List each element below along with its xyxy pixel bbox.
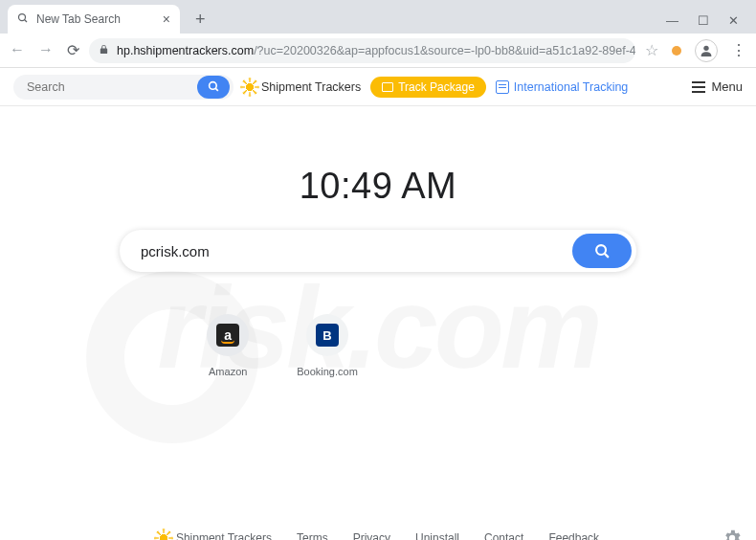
back-button[interactable]: ←: [10, 41, 25, 59]
svg-point-3: [209, 82, 216, 90]
international-tracking-link[interactable]: International Tracking: [496, 80, 629, 94]
window-controls: — ☐ ✕: [666, 13, 756, 34]
maximize-button[interactable]: ☐: [698, 13, 709, 28]
nav-arrows: ← → ⟳: [10, 41, 79, 59]
extension-icon[interactable]: [672, 46, 681, 56]
address-bar-row: ← → ⟳ hp.hshipmentrackers.com/?uc=202003…: [0, 34, 756, 68]
tab-strip: New Tab Search × + — ☐ ✕: [0, 0, 756, 34]
shortcuts-row: a Amazon B Booking.com: [0, 314, 756, 377]
footer-link-terms[interactable]: Terms: [297, 531, 328, 540]
svg-line-4: [215, 88, 218, 91]
track-package-button[interactable]: Track Package: [370, 77, 486, 98]
url-path: /?uc=20200326&ap=appfocus1&source=-lp0-b…: [254, 44, 635, 57]
footer-brand[interactable]: Shipment Trackers: [157, 531, 272, 540]
url-domain: hp.hshipmentrackers.com: [117, 44, 254, 57]
browser-tab[interactable]: New Tab Search ×: [8, 5, 180, 34]
svg-point-0: [19, 13, 26, 20]
bookmark-star-icon[interactable]: ☆: [645, 41, 658, 59]
footer-link-contact[interactable]: Contact: [484, 531, 523, 540]
menu-button[interactable]: Menu: [692, 79, 743, 94]
reload-button[interactable]: ⟳: [67, 41, 79, 59]
main-content: risk.com 10:49 AM a Amazon B Booking.com…: [0, 166, 756, 540]
browser-menu-icon[interactable]: ⋮: [731, 41, 746, 59]
main-search-input[interactable]: [141, 243, 572, 259]
shortcut-tile: a: [207, 314, 249, 356]
sun-icon: [243, 80, 256, 94]
tab-title: New Tab Search: [36, 12, 121, 26]
toolbar-search-input[interactable]: [27, 80, 197, 94]
main-search-button[interactable]: [572, 234, 632, 268]
intl-label: International Tracking: [514, 80, 629, 94]
profile-avatar[interactable]: [695, 39, 718, 62]
lock-icon: [99, 44, 109, 57]
amazon-icon: a: [216, 324, 239, 347]
svg-point-2: [703, 45, 708, 50]
extension-toolbar: Shipment Trackers Track Package Internat…: [0, 68, 756, 106]
settings-gear-icon[interactable]: [722, 528, 743, 540]
package-icon: [382, 82, 393, 92]
svg-line-1: [25, 19, 28, 22]
sun-icon: [157, 531, 170, 540]
brand-label: Shipment Trackers: [261, 80, 361, 94]
shortcut-tile: B: [306, 314, 348, 356]
shortcut-booking[interactable]: B Booking.com: [297, 314, 358, 377]
shortcut-label: Amazon: [209, 366, 247, 377]
new-tab-button[interactable]: +: [188, 6, 213, 34]
address-bar-actions: ☆ ⋮: [645, 39, 746, 62]
hamburger-icon: [692, 81, 705, 93]
clock-display: 10:49 AM: [0, 166, 756, 207]
search-icon: [17, 12, 29, 27]
footer-link-uninstall[interactable]: Uninstall: [415, 531, 459, 540]
shortcut-label: Booking.com: [297, 366, 358, 377]
minimize-button[interactable]: —: [666, 13, 678, 28]
footer-link-feedback[interactable]: Feedback: [548, 531, 599, 540]
shortcut-amazon[interactable]: a Amazon: [207, 314, 249, 377]
forward-button[interactable]: →: [38, 41, 54, 59]
close-tab-icon[interactable]: ×: [163, 11, 170, 27]
globe-list-icon: [496, 80, 509, 94]
main-search-box[interactable]: [120, 230, 636, 272]
footer-link-privacy[interactable]: Privacy: [353, 531, 390, 540]
address-bar[interactable]: hp.hshipmentrackers.com/?uc=20200326&ap=…: [89, 38, 635, 63]
footer: Shipment Trackers Terms Privacy Uninstal…: [0, 531, 756, 540]
booking-icon: B: [316, 324, 339, 347]
svg-line-6: [604, 253, 608, 257]
brand-link[interactable]: Shipment Trackers: [243, 80, 361, 94]
toolbar-search[interactable]: [13, 75, 233, 100]
close-window-button[interactable]: ✕: [728, 13, 739, 28]
track-package-label: Track Package: [398, 80, 475, 94]
menu-label: Menu: [711, 79, 743, 94]
footer-brand-label: Shipment Trackers: [176, 531, 272, 540]
toolbar-search-button[interactable]: [197, 76, 230, 99]
svg-point-5: [596, 245, 606, 255]
